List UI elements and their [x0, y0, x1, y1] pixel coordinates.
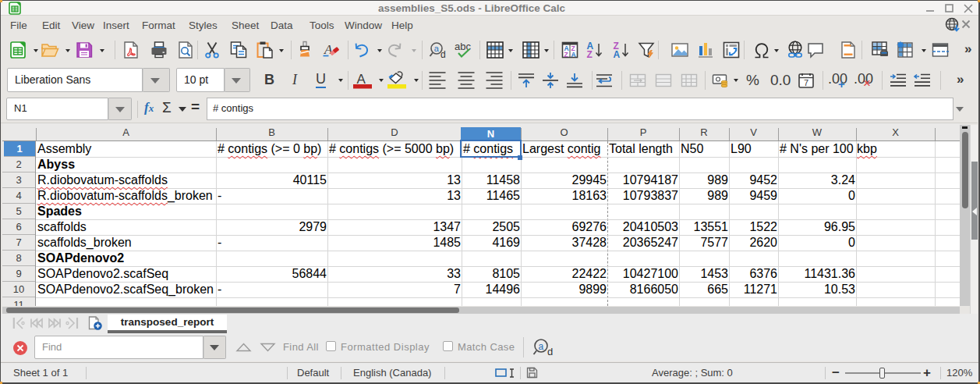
svg-text:Z: Z	[564, 51, 568, 59]
svg-text:Z: Z	[587, 49, 593, 59]
svg-text:d: d	[440, 49, 446, 60]
svg-text:A: A	[614, 49, 621, 59]
svg-text:d: d	[547, 346, 553, 357]
svg-text:a: a	[434, 44, 440, 53]
svg-text:a: a	[539, 341, 544, 352]
svg-text:A: A	[357, 72, 366, 87]
svg-text:A: A	[571, 51, 576, 59]
svg-text:7: 7	[804, 78, 808, 87]
